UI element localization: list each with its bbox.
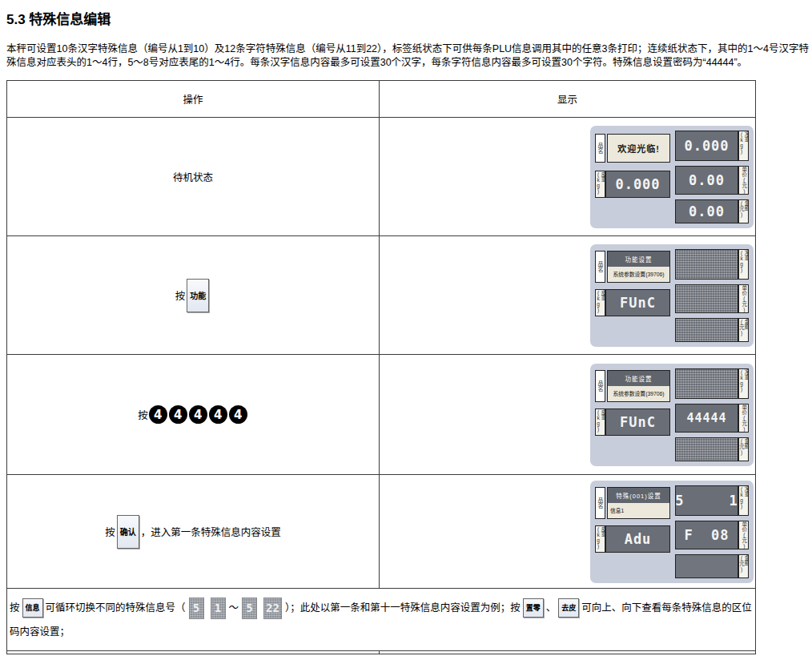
segment-digit-22: 22: [263, 598, 282, 619]
amount-label: 金额(元): [738, 318, 749, 342]
menu-subtitle: 系统参数设置(39706): [608, 267, 669, 282]
net-weight-display: 5 1 净重(kg): [675, 485, 749, 516]
lcd-panel-func: 品名 功能设置 系统参数设置(39706) 净重(kg): [590, 244, 754, 347]
section-title: 5.3 特殊信息编辑: [6, 8, 806, 28]
press-prefix: 按: [10, 602, 20, 614]
numeric-key-4[interactable]: 4: [149, 405, 167, 424]
product-name-display: 品名 功能设置 系统参数设置(39706): [595, 370, 670, 402]
tare-weight-display: 皮重(kg) 0.000: [595, 171, 670, 198]
net-weight-label: 净重(kg): [738, 131, 749, 161]
menu-subtitle: 信息1: [608, 503, 669, 518]
table-row-standby: 待机状态 品名 欢迎光临! 0.000 净重(k: [7, 118, 756, 236]
tare-weight-label: 皮重(kg): [595, 289, 605, 316]
operation-display-table: 操作 显示 待机状态 品名 欢迎光临!: [6, 80, 756, 654]
table-row-partial: [7, 651, 756, 654]
numeric-key-4[interactable]: 4: [209, 405, 227, 424]
net-weight-label: 净重(kg): [738, 249, 749, 280]
lcd-panel-message-edit: 品名 特殊(001)设置 信息1 5 1 净重(kg): [590, 481, 754, 583]
press-prefix: 按: [138, 407, 148, 422]
product-name-display: 品名 功能设置 系统参数设置(39706): [595, 251, 670, 283]
tare-weight-label: 皮重(kg): [595, 171, 605, 198]
confirm-key-button[interactable]: 确认: [117, 515, 139, 549]
table-row-note: 按信息可循环切换不同的特殊信息号（51～522）；此处以第一条和第十一特殊信息内…: [7, 589, 756, 651]
tare-weight-display: 皮重(kg) FUnC: [595, 408, 670, 436]
numeric-key-4[interactable]: 4: [189, 405, 207, 424]
header-display: 显示: [380, 81, 756, 118]
net-weight-label: 净重(kg): [738, 485, 749, 516]
net-weight-label: 净重(kg): [738, 368, 749, 399]
segment-digit-s: 5: [189, 598, 204, 619]
amount-display: 0.00 金额(元): [675, 199, 749, 223]
table-row-press-func: 按 功能 品名 功能设置 系统参数设置(39706): [7, 236, 756, 355]
numeric-key-4[interactable]: 4: [169, 405, 187, 424]
numeric-key-4[interactable]: 4: [229, 405, 247, 424]
intro-paragraph: 本秤可设置10条汉字特殊信息（编号从1到10）及12条字符特殊信息（编号从11到…: [6, 42, 809, 70]
amount-label: 金额(元): [738, 199, 749, 223]
unit-price-display: F 08 单价(元): [675, 521, 749, 549]
table-row-press-confirm: 按 确认 ，进入第一条特殊信息内容设置 品名 特殊(001)设置 信息1: [7, 475, 756, 589]
menu-title: 功能设置: [608, 252, 669, 267]
tare-weight-label: 皮重(kg): [595, 408, 605, 436]
lcd-panel-standby: 品名 欢迎光临! 0.000 净重(kg): [590, 126, 754, 228]
menu-title: 功能设置: [608, 371, 669, 386]
amount-display: 金额(元): [675, 437, 749, 461]
info-key-button[interactable]: 信息: [22, 598, 43, 618]
net-weight-display: 净重(kg): [675, 368, 749, 399]
amount-display: 金额(元): [675, 318, 749, 342]
unit-price-label: 单价(元): [738, 521, 749, 549]
segment-digit-s: 5: [242, 598, 257, 619]
unit-price-display: 单价(元): [675, 284, 749, 313]
name-label: 品名: [595, 487, 605, 519]
tare-weight-label: 皮重(kg): [595, 525, 605, 553]
unit-price-display: 0.00 单价(元): [675, 166, 749, 195]
table-header-row: 操作 显示: [7, 81, 756, 118]
name-label: 品名: [595, 370, 605, 402]
name-label: 品名: [595, 134, 605, 163]
tare-key-button[interactable]: 去皮: [558, 598, 579, 618]
manual-page: 5.3 特殊信息编辑 本秤可设置10条汉字特殊信息（编号从1到10）及12条字符…: [0, 0, 812, 654]
lcd-panel-password: 品名 功能设置 系统参数设置(39706) 净重(kg): [590, 364, 754, 466]
menu-subtitle: 系统参数设置(39706): [608, 386, 669, 401]
amount-display: 金额(元): [675, 554, 749, 578]
note-text: 按信息可循环切换不同的特殊信息号（51～522）；此处以第一条和第十一特殊信息内…: [7, 594, 755, 646]
product-name-display: 品名 欢迎光临!: [595, 134, 670, 163]
tare-weight-display: 皮重(kg) Adu: [595, 525, 670, 553]
unit-price-label: 单价(元): [738, 166, 749, 195]
net-weight-display: 净重(kg): [675, 249, 749, 280]
amount-label: 金额(元): [738, 437, 749, 461]
press-prefix: 按: [175, 288, 186, 303]
zero-key-button[interactable]: 置零: [523, 598, 544, 618]
press-prefix: 按: [105, 524, 115, 539]
tare-weight-display: 皮重(kg) FUnC: [595, 289, 670, 316]
unit-price-label: 单价(元): [738, 404, 749, 433]
table-row-press-44444: 按 4 4 4 4 4 品名 功能设置 系统参数设置(39706): [7, 355, 756, 475]
header-operation: 操作: [7, 81, 380, 118]
func-key-button[interactable]: 功能: [187, 279, 209, 312]
net-weight-display: 0.000 净重(kg): [675, 131, 749, 161]
segment-digit-1: 1: [211, 598, 226, 619]
menu-title: 特殊(001)设置: [608, 488, 669, 503]
unit-price-display: 44444 单价(元): [675, 404, 749, 433]
name-label: 品名: [595, 251, 605, 283]
unit-price-label: 单价(元): [738, 284, 749, 313]
product-name-display: 品名 特殊(001)设置 信息1: [595, 487, 670, 519]
amount-label: 金额(元): [738, 554, 749, 578]
standby-op-text: 待机状态: [7, 118, 380, 236]
welcome-message: 欢迎光临!: [617, 142, 660, 155]
confirm-op-suffix: ，进入第一条特殊信息内容设置: [141, 524, 281, 539]
